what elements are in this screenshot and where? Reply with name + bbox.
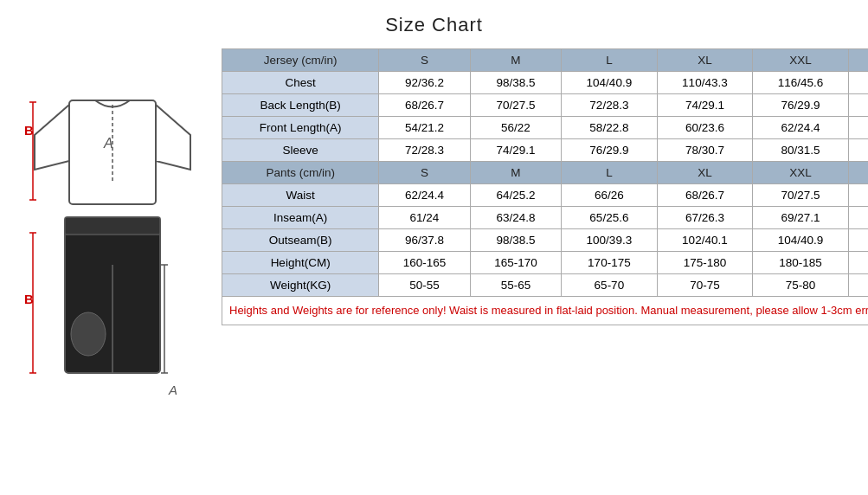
jersey-cell-1-1: 70/27.5 [470, 94, 561, 117]
jersey-cell-0-4: 116/45.6 [753, 72, 849, 94]
pants-size-header-XXXL: XXXL [848, 162, 868, 184]
size-note: Heights and Weights are for reference on… [222, 297, 869, 325]
pants-cell-4-0: 50-55 [379, 274, 470, 297]
pants-cell-1-0: 61/24 [379, 207, 470, 229]
jersey-cell-2-5: 64/25.2 [848, 117, 868, 139]
jersey-cell-1-4: 76/29.9 [753, 94, 849, 117]
svg-text:A: A [103, 136, 113, 151]
pants-row-label-2: Outseam(B) [222, 229, 379, 252]
jersey-cell-0-1: 98/38.5 [470, 72, 561, 94]
size-header-M: M [470, 49, 561, 72]
pants-cell-0-3: 68/26.7 [657, 184, 753, 207]
pants-cell-2-4: 104/40.9 [753, 229, 849, 252]
svg-point-12 [71, 312, 106, 356]
size-header-XL: XL [657, 49, 753, 72]
jersey-cell-2-4: 62/24.4 [753, 117, 849, 139]
pants-cell-2-2: 100/39.3 [562, 229, 658, 252]
jersey-cell-1-2: 72/28.3 [562, 94, 658, 117]
pants-cell-0-1: 64/25.2 [470, 184, 561, 207]
pants-cell-3-0: 160-165 [379, 252, 470, 274]
pants-cell-0-4: 70/27.5 [753, 184, 849, 207]
pants-cell-1-1: 63/24.8 [470, 207, 561, 229]
pants-cell-1-4: 69/27.1 [753, 207, 849, 229]
jersey-cell-3-2: 76/29.9 [562, 139, 658, 162]
pants-cell-0-2: 66/26 [562, 184, 658, 207]
pants-cell-1-5: 70/27.5 [848, 207, 868, 229]
size-diagram: B A B A [9, 48, 216, 421]
jersey-header: Jersey (cm/in) [222, 49, 379, 72]
jersey-cell-3-4: 80/31.5 [753, 139, 849, 162]
pants-cell-2-3: 102/40.1 [657, 229, 753, 252]
pants-cell-4-4: 75-80 [753, 274, 849, 297]
jersey-cell-1-5: 78/30.7 [848, 94, 868, 117]
svg-marker-2 [156, 105, 190, 170]
jersey-row-label-1: Back Length(B) [222, 94, 379, 117]
pants-cell-4-1: 55-65 [470, 274, 561, 297]
jersey-cell-3-0: 72/28.3 [379, 139, 470, 162]
size-header-XXL: XXL [753, 49, 849, 72]
jersey-cell-3-1: 74/29.1 [470, 139, 561, 162]
svg-marker-1 [35, 105, 69, 170]
jersey-row-label-2: Front Length(A) [222, 117, 379, 139]
pants-cell-3-3: 175-180 [657, 252, 753, 274]
size-header-S: S [379, 49, 470, 72]
size-header-L: L [562, 49, 658, 72]
page-container: Size Chart B A [0, 0, 868, 495]
jersey-cell-2-3: 60/23.6 [657, 117, 753, 139]
pants-cell-3-4: 180-185 [753, 252, 849, 274]
jersey-cell-0-5: 122/48 [848, 72, 868, 94]
pants-row-label-0: Waist [222, 184, 379, 207]
jersey-row-label-3: Sleeve [222, 139, 379, 162]
pants-row-label-4: Weight(KG) [222, 274, 379, 297]
jersey-cell-2-2: 58/22.8 [562, 117, 658, 139]
jersey-cell-3-5: 82/32.3 [848, 139, 868, 162]
pants-cell-4-3: 70-75 [657, 274, 753, 297]
pants-cell-0-5: 72/28.3 [848, 184, 868, 207]
svg-rect-11 [65, 217, 160, 235]
jersey-cell-2-0: 54/21.2 [379, 117, 470, 139]
jersey-cell-0-0: 92/36.2 [379, 72, 470, 94]
pants-row-label-1: Inseam(A) [222, 207, 379, 229]
size-header-XXXL: XXXL [848, 49, 868, 72]
svg-rect-0 [69, 100, 156, 204]
pants-cell-3-2: 170-175 [562, 252, 658, 274]
pants-cell-2-0: 96/37.8 [379, 229, 470, 252]
pants-size-header-S: S [379, 162, 470, 184]
size-table: Jersey (cm/in)SMLXLXXLXXXLChest92/36.298… [222, 48, 868, 325]
jersey-cell-1-3: 74/29.1 [657, 94, 753, 117]
pants-cell-3-1: 165-170 [470, 252, 561, 274]
pants-header: Pants (cm/in) [222, 162, 379, 184]
jersey-cell-2-1: 56/22 [470, 117, 561, 139]
pants-cell-3-5: 185-190 [848, 252, 868, 274]
pants-cell-1-3: 67/26.3 [657, 207, 753, 229]
pants-size-header-XL: XL [657, 162, 753, 184]
pants-size-header-M: M [470, 162, 561, 184]
pants-size-header-XXL: XXL [753, 162, 849, 184]
jersey-row-label-0: Chest [222, 72, 379, 94]
pants-row-label-3: Height(CM) [222, 252, 379, 274]
pants-cell-4-5: 80-85 [848, 274, 868, 297]
jersey-cell-0-2: 104/40.9 [562, 72, 658, 94]
pants-cell-4-2: 65-70 [562, 274, 658, 297]
jersey-cell-3-3: 78/30.7 [657, 139, 753, 162]
pants-cell-2-1: 98/38.5 [470, 229, 561, 252]
content-row: B A B A [9, 48, 859, 421]
pants-cell-0-0: 62/24.4 [379, 184, 470, 207]
pants-cell-1-2: 65/25.6 [562, 207, 658, 229]
jersey-cell-0-3: 110/43.3 [657, 72, 753, 94]
pants-cell-2-5: 106/41.7 [848, 229, 868, 252]
pants-size-header-L: L [562, 162, 658, 184]
svg-text:A: A [168, 382, 177, 397]
jersey-cell-1-0: 68/26.7 [379, 94, 470, 117]
size-table-section: Jersey (cm/in)SMLXLXXLXXXLChest92/36.298… [222, 48, 868, 325]
page-title: Size Chart [385, 14, 483, 36]
